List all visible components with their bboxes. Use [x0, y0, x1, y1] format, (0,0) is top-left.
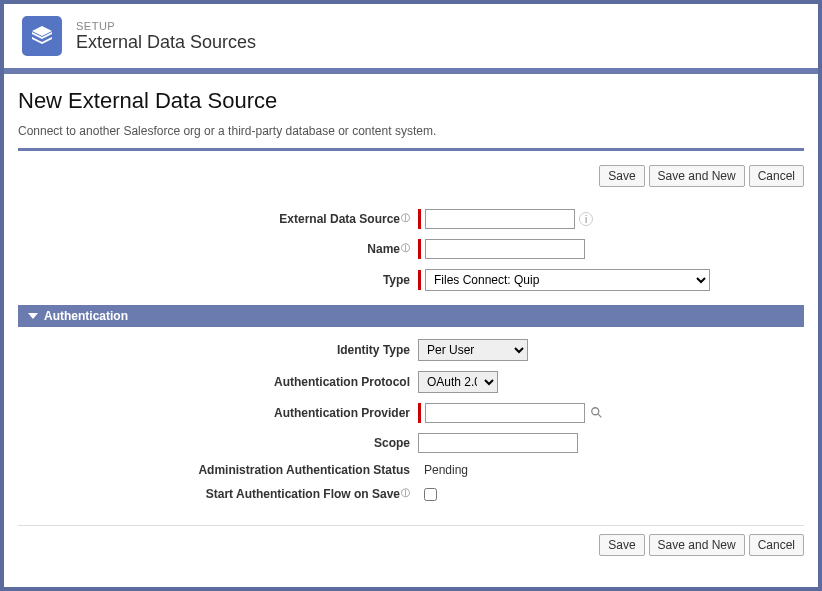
chevron-down-icon: [28, 313, 38, 319]
bottom-button-bar: Save Save and New Cancel: [18, 525, 804, 562]
required-indicator: [418, 209, 421, 229]
top-button-bar: Save Save and New Cancel: [18, 159, 804, 193]
auth-protocol-label: Authentication Protocol: [18, 375, 418, 389]
external-data-source-input[interactable]: [425, 209, 575, 229]
section-title: Authentication: [44, 309, 128, 323]
required-indicator: [418, 239, 421, 259]
save-button[interactable]: Save: [599, 534, 644, 556]
divider: [18, 148, 804, 151]
svg-line-1: [598, 414, 602, 418]
identity-type-select[interactable]: Per User: [418, 339, 528, 361]
auth-provider-input[interactable]: [425, 403, 585, 423]
scope-input[interactable]: [418, 433, 578, 453]
auth-provider-label: Authentication Provider: [18, 406, 418, 420]
admin-auth-status-label: Administration Authentication Status: [18, 463, 418, 477]
header-title: External Data Sources: [76, 32, 256, 53]
cancel-button[interactable]: Cancel: [749, 165, 804, 187]
page-title: New External Data Source: [18, 88, 804, 114]
layers-icon: [22, 16, 62, 56]
name-input[interactable]: [425, 239, 585, 259]
type-label: Type: [18, 273, 418, 287]
svg-point-0: [592, 408, 599, 415]
identity-type-label: Identity Type: [18, 343, 418, 357]
info-icon[interactable]: i: [579, 212, 593, 226]
scope-label: Scope: [18, 436, 418, 450]
name-label: Nameⓘ: [18, 242, 418, 256]
setup-header: SETUP External Data Sources: [4, 4, 818, 74]
setup-label: SETUP: [76, 20, 256, 32]
required-indicator: [418, 270, 421, 290]
page-subtitle: Connect to another Salesforce org or a t…: [18, 124, 804, 138]
cancel-button[interactable]: Cancel: [749, 534, 804, 556]
auth-protocol-select[interactable]: OAuth 2.0: [418, 371, 498, 393]
save-and-new-button[interactable]: Save and New: [649, 534, 745, 556]
start-auth-flow-label: Start Authentication Flow on Saveⓘ: [18, 487, 418, 501]
type-select[interactable]: Files Connect: Quip: [425, 269, 710, 291]
save-and-new-button[interactable]: Save and New: [649, 165, 745, 187]
external-data-source-label: External Data Sourceⓘ: [18, 212, 418, 226]
save-button[interactable]: Save: [599, 165, 644, 187]
authentication-section-header[interactable]: Authentication: [18, 305, 804, 327]
admin-auth-status-value: Pending: [418, 463, 468, 477]
lookup-icon[interactable]: [589, 405, 605, 421]
start-auth-flow-checkbox[interactable]: [424, 488, 437, 501]
required-indicator: [418, 403, 421, 423]
